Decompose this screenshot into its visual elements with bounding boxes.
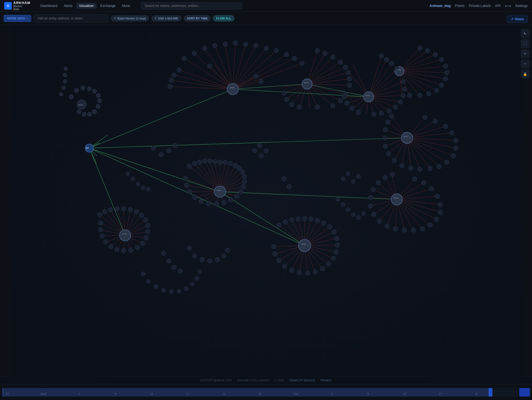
remove-bybit-icon[interactable]: ✕ xyxy=(114,17,116,20)
svg-point-285 xyxy=(444,70,449,75)
svg-point-234 xyxy=(243,42,248,47)
nav-private-labels[interactable]: Private Labels xyxy=(469,4,491,8)
svg-point-297 xyxy=(453,146,458,150)
svg-point-212 xyxy=(77,110,81,114)
timeline[interactable]: 27 2025 5 9 13 17 21 25 Feb 5 9 13 17 21 xyxy=(0,384,532,400)
svg-point-357 xyxy=(187,164,191,168)
entity-input[interactable] xyxy=(34,14,108,22)
graph-canvas[interactable]: 0xA2... 0xB4... 0xC7... 0xD1... 0xE9... … xyxy=(0,25,532,384)
svg-point-311 xyxy=(409,166,413,170)
svg-point-315 xyxy=(435,194,440,199)
svg-point-352 xyxy=(290,268,294,272)
translate-icon[interactable]: ⟷ xyxy=(505,3,511,8)
timeline-handle-right[interactable] xyxy=(489,388,492,397)
svg-point-408 xyxy=(173,143,178,148)
svg-point-437 xyxy=(346,172,350,176)
remove-usd-icon[interactable]: ✕ xyxy=(154,17,156,20)
tick-13b: 13 xyxy=(403,393,406,395)
nav-visualizer[interactable]: Visualizer xyxy=(76,3,97,9)
svg-point-413 xyxy=(282,177,286,181)
svg-point-370 xyxy=(242,179,247,184)
svg-point-217 xyxy=(64,67,67,70)
footer-terms[interactable]: TERMS OF SERVICE xyxy=(289,379,315,382)
svg-point-444 xyxy=(356,215,360,219)
zoom-in-button[interactable]: + xyxy=(521,50,529,58)
nav-settings[interactable]: Settings xyxy=(515,4,528,8)
nav-search-input[interactable] xyxy=(141,2,242,10)
filter-usd[interactable]: ✕ USD ≥ $10.00K xyxy=(151,15,181,21)
nav-dashboard[interactable]: Dashboard xyxy=(38,3,60,9)
svg-point-238 xyxy=(284,52,289,57)
svg-point-360 xyxy=(202,159,207,163)
svg-point-318 xyxy=(434,217,439,222)
svg-point-442 xyxy=(346,208,350,212)
nav-exchange[interactable]: Exchange xyxy=(98,3,118,9)
nav-api[interactable]: API xyxy=(495,4,501,8)
svg-point-301 xyxy=(428,166,432,171)
svg-point-334 xyxy=(283,220,288,224)
svg-point-401 xyxy=(104,240,108,244)
svg-point-219 xyxy=(302,79,312,89)
nav-right: Arkham_dog Points Private Labels API ⟷ S… xyxy=(430,3,528,8)
cursor-tool-button[interactable]: ↖ xyxy=(521,29,529,38)
svg-point-294 xyxy=(443,124,448,129)
timeline-bar[interactable]: 27 2025 5 9 13 17 21 25 Feb 5 9 13 17 21 xyxy=(2,388,518,397)
svg-point-355 xyxy=(273,251,277,256)
svg-point-303 xyxy=(400,163,404,168)
svg-point-364 xyxy=(223,160,227,164)
svg-point-229 xyxy=(192,51,197,55)
svg-point-213 xyxy=(59,92,63,96)
more-info-button[interactable]: MORE INFO › xyxy=(4,15,31,22)
svg-point-392 xyxy=(145,223,150,228)
filter-flow[interactable]: FLOW ALL xyxy=(213,15,234,21)
svg-point-411 xyxy=(264,148,268,153)
svg-text:0x12...: 0x12... xyxy=(217,189,224,191)
logo-icon: A xyxy=(4,2,12,10)
svg-point-279 xyxy=(342,95,347,99)
nav-username[interactable]: Arkham_dog xyxy=(430,4,451,8)
svg-point-280 xyxy=(418,46,422,50)
svg-point-202 xyxy=(75,88,79,92)
svg-point-365 xyxy=(228,161,233,166)
svg-point-258 xyxy=(331,104,335,108)
filter-bybit[interactable]: ✕ Bybit Hacker (1-hop) xyxy=(111,15,149,21)
svg-point-231 xyxy=(213,43,217,48)
svg-point-296 xyxy=(453,138,458,143)
zoom-out-button[interactable]: − xyxy=(521,60,529,68)
fullscreen-button[interactable]: ⛶ xyxy=(521,39,529,48)
svg-point-343 xyxy=(334,236,339,240)
svg-point-336 xyxy=(296,217,300,221)
svg-point-254 xyxy=(347,77,352,81)
svg-text:0x78...: 0x78... xyxy=(122,233,130,235)
nav-points[interactable]: Points xyxy=(455,4,465,8)
svg-point-222 xyxy=(401,132,413,143)
filter-sort[interactable]: SORT BY TIME xyxy=(184,15,211,21)
svg-point-278 xyxy=(345,101,349,105)
lock-button[interactable]: 🔒 xyxy=(521,70,529,78)
share-button[interactable]: ↗ Share xyxy=(507,15,528,23)
tick-9b: 9 xyxy=(367,393,369,395)
svg-point-203 xyxy=(81,86,85,90)
svg-point-424 xyxy=(172,265,176,270)
svg-point-345 xyxy=(334,250,339,254)
tick-27: 27 xyxy=(6,393,9,395)
nav-more[interactable]: More xyxy=(119,3,133,9)
filter-flow-label: FLOW ALL xyxy=(216,17,231,20)
svg-point-430 xyxy=(169,290,173,294)
svg-point-320 xyxy=(420,227,425,231)
svg-point-390 xyxy=(139,213,144,218)
logo[interactable]: A ARKHAM Market Data xyxy=(4,1,30,11)
svg-point-349 xyxy=(313,270,317,274)
footer-privacy[interactable]: PRIVACY xyxy=(320,379,332,382)
svg-point-425 xyxy=(178,269,183,274)
svg-point-450 xyxy=(126,172,130,176)
svg-point-247 xyxy=(259,79,263,84)
svg-point-313 xyxy=(421,180,426,185)
svg-point-346 xyxy=(331,256,336,261)
timeline-handle-left[interactable] xyxy=(2,388,4,397)
svg-point-305 xyxy=(386,152,391,156)
svg-point-347 xyxy=(326,262,331,266)
svg-point-448 xyxy=(141,186,145,190)
svg-point-419 xyxy=(215,257,220,262)
nav-alerts[interactable]: Alerts xyxy=(61,3,75,9)
